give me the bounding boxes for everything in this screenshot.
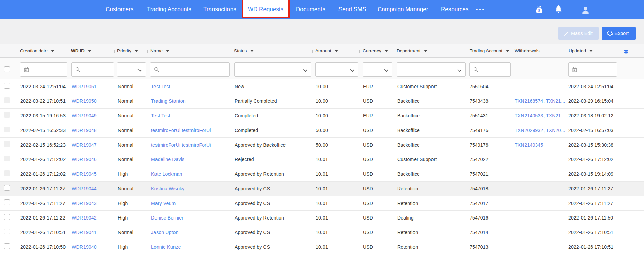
svg-text:$: $: [538, 9, 540, 13]
